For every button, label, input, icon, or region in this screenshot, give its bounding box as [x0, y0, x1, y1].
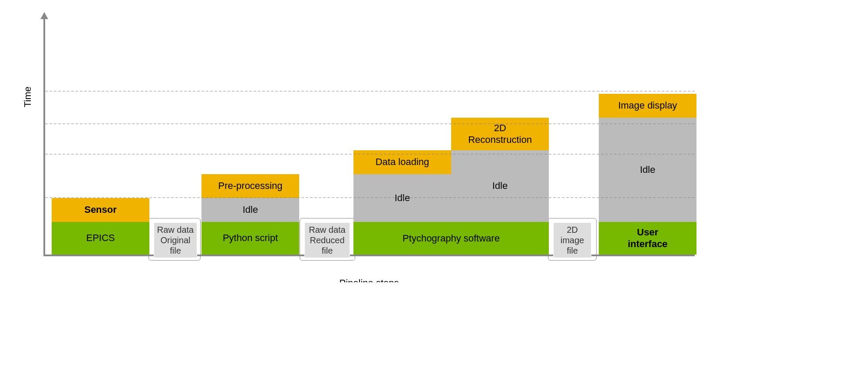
stage-segment	[353, 222, 451, 255]
segment-label: Image display	[618, 100, 677, 111]
stage-segment: Idle	[201, 198, 299, 222]
segment-label: Pre-processing	[218, 180, 283, 192]
stage-segment: EPICS	[52, 222, 149, 255]
pipeline-stage: Python scriptIdlePre-processing	[201, 174, 299, 255]
stage-segment: Idle	[599, 118, 696, 222]
stage-segment: Idle	[353, 174, 451, 222]
gridline	[45, 91, 695, 92]
stage-segment: Pre-processing	[201, 174, 299, 198]
stage-segment: Sensor	[52, 198, 149, 222]
stage-segment: Image display	[599, 94, 696, 118]
plot-area: EPICSSensorPython scriptIdlePre-processi…	[45, 26, 695, 255]
pipeline-stage: Idle2D Reconstruction	[451, 118, 549, 255]
file-box: Raw data Reduced file	[304, 222, 350, 258]
x-axis-label: Pipeline steps	[340, 278, 399, 282]
segment-label: 2D Reconstruction	[468, 122, 532, 145]
segment-label: EPICS	[86, 232, 115, 244]
file-box-label: Raw data Original file	[157, 225, 194, 256]
segment-label: Idle	[640, 164, 655, 175]
file-box: Raw data Original file	[154, 222, 197, 258]
gridline	[45, 154, 695, 155]
pipeline-stage: EPICSSensor	[52, 198, 149, 255]
stage-segment: Python script	[201, 222, 299, 255]
gridline	[45, 123, 695, 124]
segment-label: Data loading	[376, 156, 429, 168]
file-box-label: 2D image file	[561, 225, 584, 256]
file-box: 2D image file	[553, 222, 591, 258]
pipeline-stage: User interfaceIdleImage display	[599, 94, 696, 255]
stage-segment: 2D Reconstruction	[451, 118, 549, 150]
gridline	[45, 197, 695, 198]
stage-segment: User interface	[599, 222, 696, 255]
segment-label: Idle	[492, 180, 508, 192]
x-axis-line	[43, 255, 695, 256]
segment-label: User interface	[628, 227, 668, 250]
y-axis-label: Time	[22, 86, 33, 107]
stage-segment	[451, 222, 549, 255]
stage-segment: Idle	[451, 150, 549, 222]
segment-label: Idle	[243, 204, 258, 215]
pipeline-stage: IdleData loading	[353, 150, 451, 255]
segment-label: Python script	[223, 232, 278, 244]
chart-container: Time Pipeline steps EPICSSensorPython sc…	[35, 13, 703, 269]
segment-label: Sensor	[84, 204, 117, 215]
file-box-label: Raw data Reduced file	[309, 225, 346, 256]
